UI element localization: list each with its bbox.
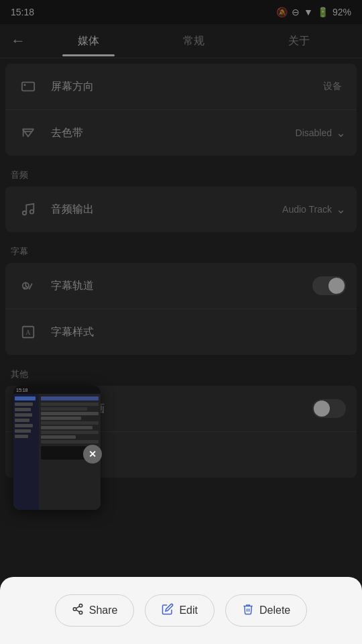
edit-button[interactable]: Edit [145, 594, 215, 627]
edit-label: Edit [179, 604, 198, 616]
popup-card-wrapper: 15:18 [7, 453, 94, 577]
svg-point-16 [79, 604, 82, 608]
delete-button[interactable]: Delete [225, 594, 307, 627]
svg-point-17 [73, 608, 76, 611]
svg-line-19 [76, 610, 79, 612]
delete-label: Delete [259, 604, 290, 616]
svg-line-20 [76, 606, 79, 608]
share-icon [72, 603, 84, 618]
share-button[interactable]: Share [55, 594, 135, 627]
action-bar: Share Edit Delete [0, 577, 362, 644]
delete-icon [242, 603, 254, 618]
svg-point-18 [79, 611, 82, 614]
edit-icon [162, 603, 174, 618]
share-label: Share [89, 604, 118, 616]
popup-close-button[interactable]: ✕ [83, 445, 102, 464]
mini-header: 15:18 [13, 386, 101, 394]
